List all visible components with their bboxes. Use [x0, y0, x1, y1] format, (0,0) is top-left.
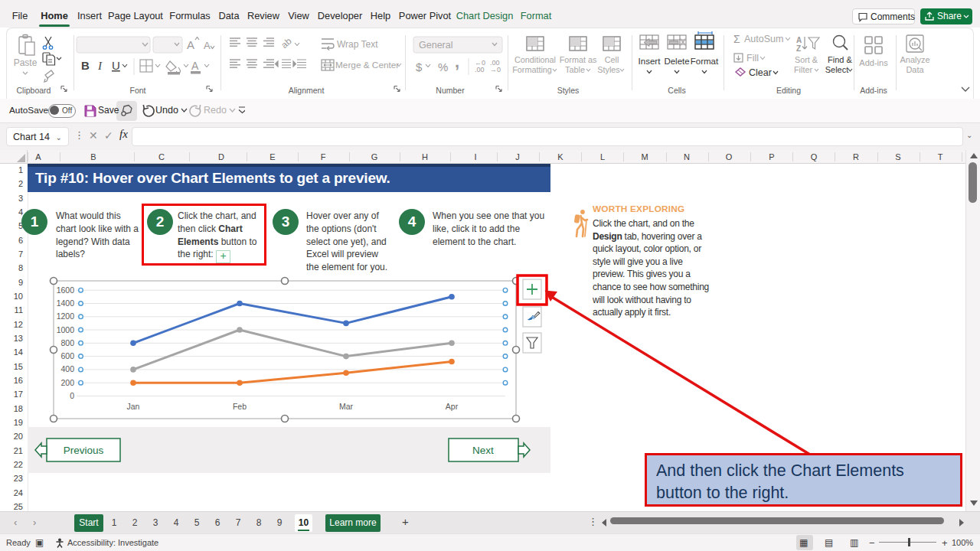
- svg-text:600: 600: [60, 351, 74, 360]
- svg-text:Jan: Jan: [127, 402, 140, 411]
- svg-text:Formatting: Formatting: [512, 65, 552, 74]
- svg-text:.00: .00: [475, 66, 485, 73]
- svg-text:Sort &: Sort &: [795, 55, 818, 64]
- svg-text:Σ: Σ: [733, 33, 740, 45]
- svg-text:Z: Z: [796, 44, 801, 53]
- svg-text:Analyze: Analyze: [900, 55, 929, 64]
- svg-text:Conditional: Conditional: [514, 55, 556, 64]
- svg-text:Data: Data: [906, 65, 924, 74]
- svg-text:AutoSum: AutoSum: [744, 34, 783, 44]
- svg-text:Next: Next: [472, 445, 494, 456]
- svg-text:A: A: [796, 36, 802, 44]
- svg-text:A: A: [187, 38, 194, 51]
- svg-text:Clear: Clear: [749, 67, 772, 78]
- svg-text:General: General: [419, 40, 452, 51]
- svg-text:Filter: Filter: [794, 65, 812, 74]
- svg-text:Fill: Fill: [746, 53, 759, 64]
- svg-text:200: 200: [60, 378, 74, 387]
- svg-text:→0: →0: [490, 66, 501, 73]
- svg-text:U: U: [112, 59, 120, 72]
- svg-text:1400: 1400: [57, 298, 75, 308]
- svg-text:A: A: [204, 40, 211, 51]
- svg-text:800: 800: [60, 338, 74, 347]
- svg-text:Feb: Feb: [233, 402, 247, 411]
- svg-text:1200: 1200: [57, 311, 75, 321]
- svg-text:$: $: [416, 60, 423, 73]
- svg-text:%: %: [438, 60, 448, 73]
- svg-text:Find &: Find &: [828, 55, 852, 64]
- svg-text:Add-ins: Add-ins: [859, 58, 888, 67]
- svg-text:Paste: Paste: [14, 57, 38, 68]
- svg-text:A: A: [191, 60, 199, 72]
- svg-text:Wrap Text: Wrap Text: [337, 39, 378, 50]
- svg-text:1000: 1000: [57, 325, 75, 334]
- svg-text:Merge & Center: Merge & Center: [335, 60, 399, 70]
- svg-text:Styles: Styles: [597, 65, 620, 74]
- svg-text:400: 400: [60, 364, 74, 373]
- svg-text:Format as: Format as: [560, 55, 597, 64]
- svg-text:Previous: Previous: [64, 445, 104, 456]
- svg-text:Insert: Insert: [639, 57, 662, 66]
- svg-text:Mar: Mar: [339, 402, 354, 411]
- svg-text:0: 0: [70, 391, 74, 400]
- svg-text:Cell: Cell: [605, 55, 619, 64]
- svg-text:Delete: Delete: [664, 57, 689, 66]
- svg-text:,: ,: [455, 52, 459, 71]
- svg-text:Format: Format: [691, 57, 719, 66]
- svg-text:Select: Select: [825, 65, 849, 74]
- svg-text:1600: 1600: [57, 285, 75, 295]
- svg-text:B: B: [81, 59, 90, 72]
- svg-text:Apr: Apr: [446, 402, 459, 411]
- svg-text:ab: ab: [279, 35, 293, 51]
- svg-text:I: I: [97, 60, 103, 72]
- svg-text:Table: Table: [565, 65, 585, 74]
